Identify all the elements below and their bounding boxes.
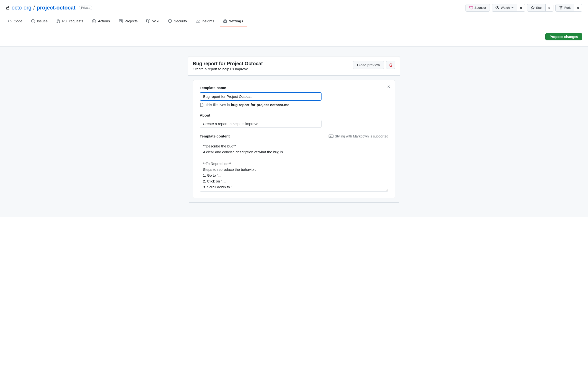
caret-down-icon [511,7,513,8]
template-name-input[interactable] [200,92,321,101]
fork-count[interactable]: 0 [574,4,582,12]
project-icon [119,19,123,23]
shield-icon [168,19,172,23]
fork-label: Fork [564,5,571,10]
tab-security[interactable]: Security [165,17,190,27]
about-label: About [200,113,388,117]
propose-toolbar: Propose changes [0,27,588,46]
delete-button[interactable] [386,61,395,69]
tab-issues[interactable]: Issues [28,17,51,27]
sponsor-button[interactable]: Sponsor [465,4,490,12]
template-content-label: Template content [200,134,230,138]
panel-subtitle: Create a report to help us improve [193,67,263,71]
repo-link[interactable]: project-octocat [37,5,76,11]
star-count[interactable]: 0 [546,4,553,12]
watch-button[interactable]: Watch [492,4,517,12]
pull-request-icon [56,19,60,23]
markdown-icon: M↓ [329,134,334,138]
gear-icon [223,19,227,23]
close-icon [387,85,391,89]
watch-label: Watch [501,5,510,10]
play-icon [92,19,96,23]
panel-title: Bug report for Project Octocat [193,61,263,66]
org-link[interactable]: octo-org [12,5,31,11]
propose-changes-button[interactable]: Propose changes [545,33,582,40]
tab-projects[interactable]: Projects [115,17,141,27]
header-actions: Sponsor Watch 0 Star 0 Fork 0 [465,4,582,12]
star-button[interactable]: Star [527,4,546,12]
heart-icon [469,6,473,10]
fork-icon [559,6,563,10]
markdown-supported-note[interactable]: M↓ Styling with Markdown is supported [329,134,388,138]
file-note-text: This file lives in bug-report-for-projec… [205,103,290,107]
book-icon [147,19,150,23]
sponsor-label: Sponsor [475,5,486,10]
watch-count[interactable]: 0 [517,4,525,12]
tab-pull-requests[interactable]: Pull requests [53,17,87,27]
fork-button[interactable]: Fork [555,4,574,12]
eye-icon [495,6,499,10]
tab-actions[interactable]: Actions [89,17,113,27]
close-preview-button[interactable]: Close preview [353,61,384,69]
repo-tabs: Code Issues Pull requests Actions Projec… [0,17,588,27]
trash-icon [389,63,393,67]
tab-insights[interactable]: Insights [192,17,218,27]
tab-code[interactable]: Code [4,17,26,27]
breadcrumb: octo-org / project-octocat Private [6,5,92,11]
star-icon [531,6,535,10]
issue-icon [31,19,35,23]
about-input[interactable] [200,120,321,128]
visibility-label: Private [79,6,92,10]
graph-icon [196,19,200,23]
close-form-button[interactable] [387,84,391,89]
code-icon [8,19,12,23]
template-panel: Bug report for Project Octocat Create a … [188,56,400,203]
breadcrumb-separator: / [33,5,35,11]
lock-icon [6,6,10,10]
tab-settings[interactable]: Settings [220,17,247,27]
form-card: Template name This file lives in bug-rep… [193,80,395,198]
tab-wiki[interactable]: Wiki [143,17,163,27]
file-icon [200,103,204,107]
star-label: Star [536,5,542,10]
template-name-label: Template name [200,86,388,90]
template-content-textarea[interactable] [200,141,388,192]
